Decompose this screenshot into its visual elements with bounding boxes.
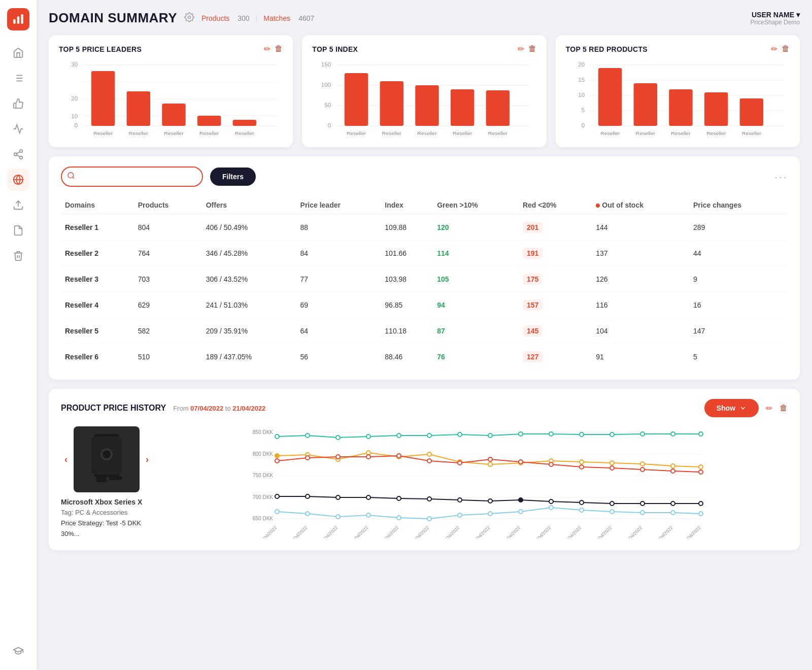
price-history-to-date: 21/04/2022 [232, 405, 265, 412]
svg-text:10: 10 [578, 92, 585, 98]
products-count: 300 [238, 14, 249, 22]
svg-point-105 [640, 432, 645, 436]
cell-domain: Reseller 1 [61, 215, 134, 241]
svg-point-144 [458, 498, 462, 502]
red-products-delete-btn[interactable]: 🗑 [782, 44, 790, 54]
search-input[interactable] [61, 166, 203, 187]
svg-text:850 DKK: 850 DKK [253, 429, 273, 435]
cell-offers: 346 / 45.28% [202, 241, 296, 266]
svg-rect-49 [486, 90, 510, 126]
svg-point-107 [699, 432, 703, 436]
home-icon [13, 47, 24, 58]
svg-rect-48 [451, 89, 474, 126]
svg-text:16/04/2022: 16/04/2022 [532, 525, 552, 538]
svg-text:750 DKK: 750 DKK [253, 473, 273, 478]
cell-price-changes: 16 [689, 292, 788, 318]
svg-text:20: 20 [578, 62, 585, 68]
svg-point-75 [68, 173, 74, 178]
sidebar-item-graduation[interactable] [7, 640, 29, 662]
cell-offers: 241 / 51.03% [202, 292, 296, 318]
index-chart: 150 100 50 0 Reseller Reselle [312, 60, 536, 141]
cell-out-of-stock: 91 [592, 344, 689, 370]
sidebar-item-trash[interactable] [7, 245, 29, 267]
settings-icon[interactable] [184, 12, 194, 24]
svg-point-111 [366, 451, 370, 455]
table-row: Reseller 6 510 189 / 437.05% 56 88.46 76… [61, 344, 788, 370]
index-card: TOP 5 INDEX ✏ 🗑 150 100 50 0 [302, 35, 546, 147]
cell-price-leader: 77 [296, 266, 381, 292]
cell-index: 109.88 [381, 215, 433, 241]
index-delete-btn[interactable]: 🗑 [528, 44, 536, 54]
col-products: Products [134, 196, 202, 215]
svg-point-94 [306, 433, 310, 438]
svg-point-97 [397, 433, 401, 438]
svg-point-145 [488, 499, 492, 503]
user-info[interactable]: USER NAME ▾ PriceShape Demo [751, 11, 800, 26]
sidebar-item-globe[interactable] [7, 169, 29, 191]
product-nav: ‹ › [64, 426, 149, 492]
filters-button[interactable]: Filters [210, 168, 256, 186]
col-index: Index [381, 196, 433, 215]
page-title: DOMAIN SUMMARY [49, 10, 177, 26]
svg-point-126 [366, 455, 370, 459]
domain-table: Domains Products Offers Price leader Ind… [61, 196, 788, 370]
col-price-changes: Price changes [689, 196, 788, 215]
svg-point-159 [458, 513, 462, 517]
cell-products: 764 [134, 241, 202, 266]
user-company: PriceShape Demo [751, 19, 800, 26]
svg-point-156 [366, 513, 370, 517]
cell-green: 76 [433, 344, 519, 370]
product-prev-button[interactable]: ‹ [64, 454, 67, 465]
sidebar-item-list[interactable] [7, 67, 29, 89]
product-next-button[interactable]: › [146, 454, 149, 465]
price-leaders-chart: 30 20 10 0 Reseller Reseller Reseller Re… [59, 60, 283, 141]
index-edit-btn[interactable]: ✏ [518, 44, 524, 54]
red-products-card: TOP 5 RED PRODUCTS ✏ 🗑 20 15 10 5 [556, 35, 800, 147]
red-products-edit-btn[interactable]: ✏ [771, 44, 777, 54]
price-history-edit-btn[interactable]: ✏ [766, 404, 772, 413]
price-leaders-delete-btn[interactable]: 🗑 [275, 44, 283, 54]
main-content: DOMAIN SUMMARY Products 300 | Matches 46… [37, 0, 812, 670]
sidebar-item-document[interactable] [7, 219, 29, 242]
sidebar-item-analytics[interactable] [7, 118, 29, 140]
sidebar-item-share[interactable] [7, 143, 29, 165]
sidebar-item-thumbs[interactable] [7, 92, 29, 115]
cell-products: 510 [134, 344, 202, 370]
sidebar-item-upload[interactable] [7, 194, 29, 216]
svg-point-164 [610, 510, 614, 514]
matches-label: Matches [263, 14, 290, 22]
logo-icon [12, 13, 25, 26]
more-options-icon[interactable]: ··· [774, 171, 788, 183]
cell-red: 127 [519, 344, 592, 370]
cell-green: 105 [433, 266, 519, 292]
svg-text:08/04/2022: 08/04/2022 [288, 525, 308, 538]
price-leaders-edit-btn[interactable]: ✏ [264, 44, 270, 54]
svg-point-155 [336, 515, 340, 519]
app-logo[interactable] [7, 8, 29, 30]
sidebar-item-home[interactable] [7, 42, 29, 64]
svg-rect-80 [109, 476, 122, 480]
product-strategy: Price Strategy: Test -5 DKK 30%... [61, 518, 152, 540]
svg-text:100: 100 [321, 82, 331, 88]
list-icon [13, 73, 24, 84]
price-history-delete-btn[interactable]: 🗑 [780, 404, 788, 413]
svg-point-95 [336, 436, 340, 440]
chevron-down-icon [739, 405, 747, 412]
svg-rect-67 [669, 89, 692, 126]
chart-actions: ✏ 🗑 [518, 44, 536, 54]
search-wrapper [61, 166, 203, 187]
product-panel: ‹ › Microso [61, 426, 152, 540]
svg-text:09/04/2022: 09/04/2022 [319, 525, 339, 538]
cell-price-changes: 5 [689, 344, 788, 370]
cell-index: 110.18 [381, 318, 433, 344]
svg-point-101 [519, 432, 523, 436]
svg-line-13 [17, 152, 20, 154]
svg-point-122 [699, 465, 703, 469]
svg-point-115 [488, 462, 492, 466]
svg-point-153 [275, 510, 279, 514]
svg-rect-69 [739, 98, 763, 126]
products-label: Products [201, 14, 229, 22]
svg-text:0: 0 [328, 123, 331, 128]
show-button[interactable]: Show [704, 399, 759, 417]
svg-point-102 [549, 432, 553, 436]
